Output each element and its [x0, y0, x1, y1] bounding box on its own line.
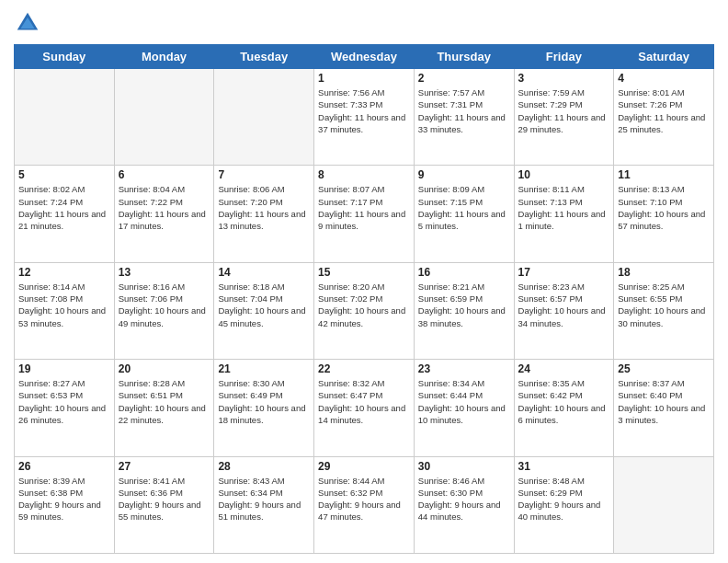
cell-content: Sunrise: 8:01 AMSunset: 7:26 PMDaylight:…: [618, 86, 710, 135]
cell-content: Sunrise: 8:44 AMSunset: 6:32 PMDaylight:…: [318, 475, 410, 523]
week-row-0: 1Sunrise: 7:56 AMSunset: 7:33 PMDaylight…: [15, 69, 714, 166]
cell-content: Sunrise: 8:09 AMSunset: 7:15 PMDaylight:…: [418, 183, 510, 232]
calendar-cell: 1Sunrise: 7:56 AMSunset: 7:33 PMDaylight…: [314, 69, 415, 166]
cell-content: Sunrise: 8:13 AMSunset: 7:10 PMDaylight:…: [618, 183, 710, 232]
day-header-tuesday: Tuesday: [214, 45, 314, 69]
cell-content: Sunrise: 8:41 AMSunset: 6:36 PMDaylight:…: [119, 475, 210, 523]
day-number: 16: [418, 266, 510, 279]
cell-content: Sunrise: 8:35 AMSunset: 6:42 PMDaylight:…: [518, 377, 610, 426]
calendar-header-row: SundayMondayTuesdayWednesdayThursdayFrid…: [15, 45, 714, 69]
cell-content: Sunrise: 8:30 AMSunset: 6:49 PMDaylight:…: [218, 377, 310, 426]
calendar-cell: 17Sunrise: 8:23 AMSunset: 6:57 PMDayligh…: [514, 262, 614, 359]
calendar-cell: 29Sunrise: 8:44 AMSunset: 6:32 PMDayligh…: [314, 456, 415, 553]
cell-content: Sunrise: 8:32 AMSunset: 6:47 PMDaylight:…: [318, 377, 410, 426]
calendar-cell: [214, 69, 314, 166]
calendar-cell: 23Sunrise: 8:34 AMSunset: 6:44 PMDayligh…: [414, 360, 514, 456]
calendar-cell: 8Sunrise: 8:07 AMSunset: 7:17 PMDaylight…: [314, 166, 415, 262]
day-number: 27: [119, 460, 210, 473]
day-number: 29: [318, 460, 410, 473]
day-number: 6: [119, 168, 210, 181]
cell-content: Sunrise: 8:04 AMSunset: 7:22 PMDaylight:…: [119, 183, 210, 232]
calendar-cell: 6Sunrise: 8:04 AMSunset: 7:22 PMDaylight…: [114, 166, 214, 262]
day-number: 7: [218, 168, 310, 181]
calendar-cell: 5Sunrise: 8:02 AMSunset: 7:24 PMDaylight…: [15, 166, 115, 262]
day-number: 3: [518, 72, 610, 85]
calendar-cell: 10Sunrise: 8:11 AMSunset: 7:13 PMDayligh…: [514, 166, 614, 262]
day-number: 30: [418, 460, 510, 473]
day-number: 31: [518, 460, 610, 473]
day-number: 19: [18, 362, 110, 375]
cell-content: Sunrise: 8:21 AMSunset: 6:59 PMDaylight:…: [418, 281, 510, 329]
week-row-1: 5Sunrise: 8:02 AMSunset: 7:24 PMDaylight…: [15, 166, 714, 262]
calendar-cell: 7Sunrise: 8:06 AMSunset: 7:20 PMDaylight…: [214, 166, 314, 262]
day-number: 13: [119, 266, 210, 279]
day-number: 5: [18, 168, 110, 181]
logo: [14, 9, 45, 37]
day-number: 10: [518, 168, 610, 181]
calendar-cell: 3Sunrise: 7:59 AMSunset: 7:29 PMDaylight…: [514, 69, 614, 166]
calendar-cell: 13Sunrise: 8:16 AMSunset: 7:06 PMDayligh…: [114, 262, 214, 359]
day-number: 2: [418, 72, 510, 85]
calendar-cell: [614, 456, 714, 553]
cell-content: Sunrise: 8:23 AMSunset: 6:57 PMDaylight:…: [518, 281, 610, 329]
cell-content: Sunrise: 8:20 AMSunset: 7:02 PMDaylight:…: [318, 281, 410, 329]
day-header-sunday: Sunday: [15, 45, 115, 69]
calendar-cell: [15, 69, 115, 166]
day-number: 28: [218, 460, 310, 473]
day-header-saturday: Saturday: [614, 45, 714, 69]
cell-content: Sunrise: 8:28 AMSunset: 6:51 PMDaylight:…: [119, 377, 210, 426]
day-number: 8: [318, 168, 410, 181]
calendar-cell: 9Sunrise: 8:09 AMSunset: 7:15 PMDaylight…: [414, 166, 514, 262]
day-header-monday: Monday: [114, 45, 214, 69]
calendar-cell: 16Sunrise: 8:21 AMSunset: 6:59 PMDayligh…: [414, 262, 514, 359]
week-row-3: 19Sunrise: 8:27 AMSunset: 6:53 PMDayligh…: [15, 360, 714, 456]
day-number: 23: [418, 362, 510, 375]
day-number: 4: [618, 72, 710, 85]
calendar-cell: 24Sunrise: 8:35 AMSunset: 6:42 PMDayligh…: [514, 360, 614, 456]
cell-content: Sunrise: 7:57 AMSunset: 7:31 PMDaylight:…: [418, 86, 510, 135]
day-number: 15: [318, 266, 410, 279]
cell-content: Sunrise: 8:39 AMSunset: 6:38 PMDaylight:…: [18, 475, 110, 523]
day-number: 24: [518, 362, 610, 375]
day-number: 1: [318, 72, 410, 85]
cell-content: Sunrise: 8:25 AMSunset: 6:55 PMDaylight:…: [618, 281, 710, 329]
day-number: 20: [119, 362, 210, 375]
cell-content: Sunrise: 8:07 AMSunset: 7:17 PMDaylight:…: [318, 183, 410, 232]
cell-content: Sunrise: 8:14 AMSunset: 7:08 PMDaylight:…: [18, 281, 110, 329]
page: SundayMondayTuesdayWednesdayThursdayFrid…: [0, 0, 728, 563]
cell-content: Sunrise: 8:11 AMSunset: 7:13 PMDaylight:…: [518, 183, 610, 232]
cell-content: Sunrise: 8:48 AMSunset: 6:29 PMDaylight:…: [518, 475, 610, 523]
day-number: 25: [618, 362, 710, 375]
cell-content: Sunrise: 8:16 AMSunset: 7:06 PMDaylight:…: [119, 281, 210, 329]
cell-content: Sunrise: 8:34 AMSunset: 6:44 PMDaylight:…: [418, 377, 510, 426]
day-number: 18: [618, 266, 710, 279]
calendar-cell: 30Sunrise: 8:46 AMSunset: 6:30 PMDayligh…: [414, 456, 514, 553]
calendar-cell: 28Sunrise: 8:43 AMSunset: 6:34 PMDayligh…: [214, 456, 314, 553]
header: [14, 9, 714, 37]
cell-content: Sunrise: 7:56 AMSunset: 7:33 PMDaylight:…: [318, 86, 410, 135]
logo-icon: [14, 9, 41, 37]
calendar-cell: 26Sunrise: 8:39 AMSunset: 6:38 PMDayligh…: [15, 456, 115, 553]
day-header-thursday: Thursday: [414, 45, 514, 69]
week-row-2: 12Sunrise: 8:14 AMSunset: 7:08 PMDayligh…: [15, 262, 714, 359]
calendar-cell: 2Sunrise: 7:57 AMSunset: 7:31 PMDaylight…: [414, 69, 514, 166]
calendar-cell: 22Sunrise: 8:32 AMSunset: 6:47 PMDayligh…: [314, 360, 415, 456]
day-number: 21: [218, 362, 310, 375]
calendar: SundayMondayTuesdayWednesdayThursdayFrid…: [14, 44, 714, 554]
cell-content: Sunrise: 8:37 AMSunset: 6:40 PMDaylight:…: [618, 377, 710, 426]
cell-content: Sunrise: 8:43 AMSunset: 6:34 PMDaylight:…: [218, 475, 310, 523]
day-number: 14: [218, 266, 310, 279]
calendar-cell: 4Sunrise: 8:01 AMSunset: 7:26 PMDaylight…: [614, 69, 714, 166]
cell-content: Sunrise: 8:02 AMSunset: 7:24 PMDaylight:…: [18, 183, 110, 232]
day-number: 26: [18, 460, 110, 473]
calendar-cell: 31Sunrise: 8:48 AMSunset: 6:29 PMDayligh…: [514, 456, 614, 553]
day-header-wednesday: Wednesday: [314, 45, 415, 69]
calendar-cell: 15Sunrise: 8:20 AMSunset: 7:02 PMDayligh…: [314, 262, 415, 359]
cell-content: Sunrise: 7:59 AMSunset: 7:29 PMDaylight:…: [518, 86, 610, 135]
cell-content: Sunrise: 8:06 AMSunset: 7:20 PMDaylight:…: [218, 183, 310, 232]
day-number: 22: [318, 362, 410, 375]
day-number: 9: [418, 168, 510, 181]
calendar-cell: 12Sunrise: 8:14 AMSunset: 7:08 PMDayligh…: [15, 262, 115, 359]
calendar-cell: [114, 69, 214, 166]
calendar-cell: 21Sunrise: 8:30 AMSunset: 6:49 PMDayligh…: [214, 360, 314, 456]
